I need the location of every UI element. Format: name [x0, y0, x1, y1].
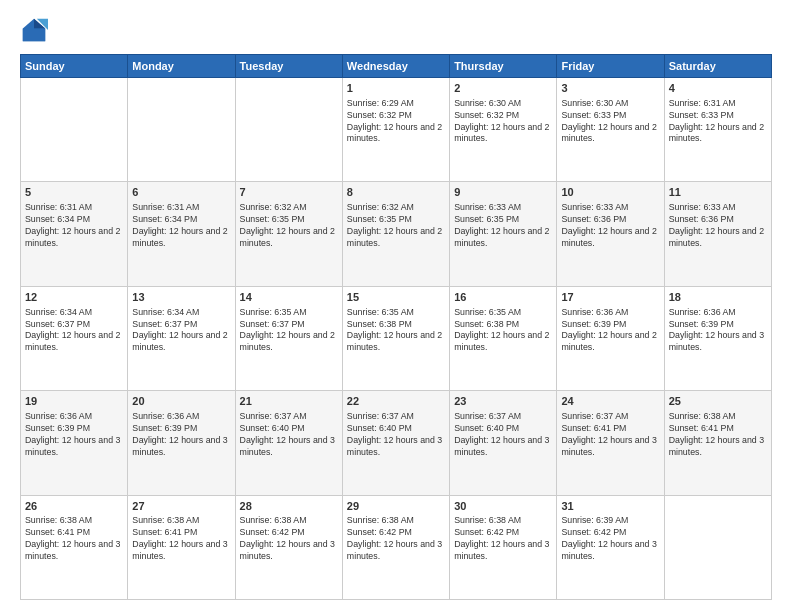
day-info: Sunset: 6:34 PM — [132, 214, 230, 226]
day-info: Sunset: 6:32 PM — [347, 110, 445, 122]
calendar-cell — [235, 78, 342, 182]
weekday-header-monday: Monday — [128, 55, 235, 78]
calendar-week-1: 1Sunrise: 6:29 AMSunset: 6:32 PMDaylight… — [21, 78, 772, 182]
calendar-cell: 25Sunrise: 6:38 AMSunset: 6:41 PMDayligh… — [664, 391, 771, 495]
calendar-cell: 30Sunrise: 6:38 AMSunset: 6:42 PMDayligh… — [450, 495, 557, 599]
calendar-cell: 1Sunrise: 6:29 AMSunset: 6:32 PMDaylight… — [342, 78, 449, 182]
day-info: Sunrise: 6:29 AM — [347, 98, 445, 110]
calendar-cell: 7Sunrise: 6:32 AMSunset: 6:35 PMDaylight… — [235, 182, 342, 286]
day-info: Daylight: 12 hours and 3 minutes. — [132, 539, 230, 563]
day-info: Sunset: 6:40 PM — [347, 423, 445, 435]
calendar-cell: 9Sunrise: 6:33 AMSunset: 6:35 PMDaylight… — [450, 182, 557, 286]
day-number: 17 — [561, 290, 659, 305]
day-number: 13 — [132, 290, 230, 305]
day-info: Sunset: 6:42 PM — [561, 527, 659, 539]
day-info: Sunrise: 6:38 AM — [669, 411, 767, 423]
page: SundayMondayTuesdayWednesdayThursdayFrid… — [0, 0, 792, 612]
day-info: Sunset: 6:39 PM — [25, 423, 123, 435]
day-info: Sunrise: 6:33 AM — [669, 202, 767, 214]
calendar-cell: 15Sunrise: 6:35 AMSunset: 6:38 PMDayligh… — [342, 286, 449, 390]
day-info: Daylight: 12 hours and 2 minutes. — [25, 226, 123, 250]
day-info: Sunrise: 6:36 AM — [669, 307, 767, 319]
calendar-cell: 22Sunrise: 6:37 AMSunset: 6:40 PMDayligh… — [342, 391, 449, 495]
weekday-header-tuesday: Tuesday — [235, 55, 342, 78]
day-number: 29 — [347, 499, 445, 514]
day-info: Sunrise: 6:38 AM — [454, 515, 552, 527]
day-number: 7 — [240, 185, 338, 200]
day-info: Daylight: 12 hours and 3 minutes. — [561, 435, 659, 459]
weekday-header-thursday: Thursday — [450, 55, 557, 78]
day-info: Sunset: 6:40 PM — [240, 423, 338, 435]
day-info: Sunrise: 6:35 AM — [454, 307, 552, 319]
day-info: Sunset: 6:37 PM — [132, 319, 230, 331]
day-number: 9 — [454, 185, 552, 200]
day-info: Sunrise: 6:30 AM — [561, 98, 659, 110]
calendar-cell: 2Sunrise: 6:30 AMSunset: 6:32 PMDaylight… — [450, 78, 557, 182]
day-number: 18 — [669, 290, 767, 305]
day-info: Daylight: 12 hours and 3 minutes. — [240, 435, 338, 459]
calendar-cell: 6Sunrise: 6:31 AMSunset: 6:34 PMDaylight… — [128, 182, 235, 286]
day-info: Daylight: 12 hours and 3 minutes. — [240, 539, 338, 563]
day-info: Sunrise: 6:38 AM — [132, 515, 230, 527]
day-info: Sunrise: 6:37 AM — [347, 411, 445, 423]
day-number: 21 — [240, 394, 338, 409]
calendar-cell: 31Sunrise: 6:39 AMSunset: 6:42 PMDayligh… — [557, 495, 664, 599]
day-number: 28 — [240, 499, 338, 514]
day-info: Sunrise: 6:31 AM — [669, 98, 767, 110]
calendar-cell: 21Sunrise: 6:37 AMSunset: 6:40 PMDayligh… — [235, 391, 342, 495]
day-number: 30 — [454, 499, 552, 514]
day-info: Daylight: 12 hours and 3 minutes. — [561, 539, 659, 563]
calendar-cell: 12Sunrise: 6:34 AMSunset: 6:37 PMDayligh… — [21, 286, 128, 390]
day-info: Sunset: 6:39 PM — [669, 319, 767, 331]
calendar-cell: 18Sunrise: 6:36 AMSunset: 6:39 PMDayligh… — [664, 286, 771, 390]
calendar-cell: 5Sunrise: 6:31 AMSunset: 6:34 PMDaylight… — [21, 182, 128, 286]
day-info: Daylight: 12 hours and 2 minutes. — [347, 330, 445, 354]
day-info: Daylight: 12 hours and 2 minutes. — [561, 122, 659, 146]
calendar-cell: 17Sunrise: 6:36 AMSunset: 6:39 PMDayligh… — [557, 286, 664, 390]
day-number: 15 — [347, 290, 445, 305]
day-number: 12 — [25, 290, 123, 305]
day-info: Sunset: 6:41 PM — [25, 527, 123, 539]
day-info: Sunrise: 6:37 AM — [454, 411, 552, 423]
calendar-cell: 4Sunrise: 6:31 AMSunset: 6:33 PMDaylight… — [664, 78, 771, 182]
day-info: Sunset: 6:35 PM — [347, 214, 445, 226]
calendar-body: 1Sunrise: 6:29 AMSunset: 6:32 PMDaylight… — [21, 78, 772, 600]
day-number: 19 — [25, 394, 123, 409]
day-info: Sunrise: 6:37 AM — [561, 411, 659, 423]
calendar-table: SundayMondayTuesdayWednesdayThursdayFrid… — [20, 54, 772, 600]
day-info: Daylight: 12 hours and 3 minutes. — [132, 435, 230, 459]
day-number: 10 — [561, 185, 659, 200]
day-info: Daylight: 12 hours and 2 minutes. — [347, 122, 445, 146]
calendar-cell: 14Sunrise: 6:35 AMSunset: 6:37 PMDayligh… — [235, 286, 342, 390]
day-info: Sunrise: 6:36 AM — [132, 411, 230, 423]
day-info: Daylight: 12 hours and 3 minutes. — [454, 435, 552, 459]
day-number: 14 — [240, 290, 338, 305]
day-info: Sunset: 6:34 PM — [25, 214, 123, 226]
day-number: 8 — [347, 185, 445, 200]
day-info: Sunrise: 6:36 AM — [25, 411, 123, 423]
day-number: 27 — [132, 499, 230, 514]
day-number: 26 — [25, 499, 123, 514]
day-info: Sunrise: 6:38 AM — [25, 515, 123, 527]
calendar-cell: 13Sunrise: 6:34 AMSunset: 6:37 PMDayligh… — [128, 286, 235, 390]
calendar-cell: 3Sunrise: 6:30 AMSunset: 6:33 PMDaylight… — [557, 78, 664, 182]
day-info: Sunrise: 6:37 AM — [240, 411, 338, 423]
header — [20, 16, 772, 44]
day-info: Sunset: 6:42 PM — [240, 527, 338, 539]
day-number: 16 — [454, 290, 552, 305]
day-number: 31 — [561, 499, 659, 514]
day-number: 4 — [669, 81, 767, 96]
calendar-cell — [664, 495, 771, 599]
calendar-cell — [21, 78, 128, 182]
day-info: Daylight: 12 hours and 2 minutes. — [454, 330, 552, 354]
day-info: Daylight: 12 hours and 2 minutes. — [561, 226, 659, 250]
day-info: Sunrise: 6:32 AM — [347, 202, 445, 214]
day-info: Sunset: 6:35 PM — [240, 214, 338, 226]
weekday-row: SundayMondayTuesdayWednesdayThursdayFrid… — [21, 55, 772, 78]
day-info: Sunset: 6:40 PM — [454, 423, 552, 435]
day-info: Sunset: 6:41 PM — [132, 527, 230, 539]
day-info: Daylight: 12 hours and 2 minutes. — [561, 330, 659, 354]
day-info: Daylight: 12 hours and 2 minutes. — [454, 226, 552, 250]
day-info: Daylight: 12 hours and 3 minutes. — [669, 330, 767, 354]
day-info: Daylight: 12 hours and 2 minutes. — [347, 226, 445, 250]
